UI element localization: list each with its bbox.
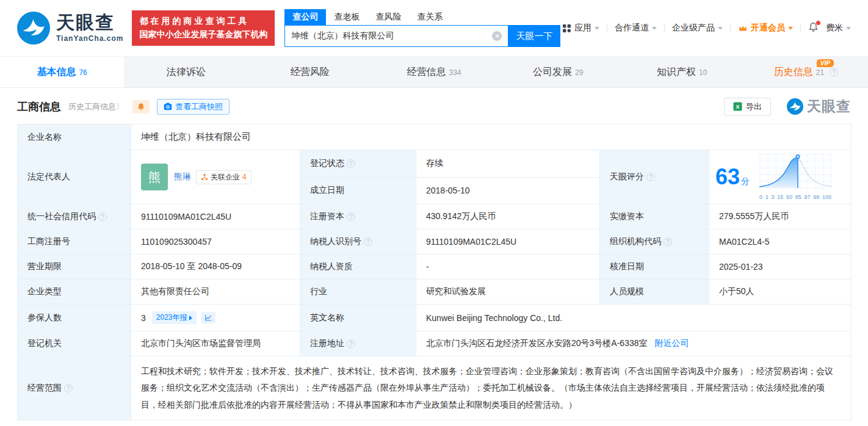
registry-label: 登记机关: [18, 331, 131, 356]
address-cell: 北京市门头沟区石龙经济开发区永安路20号3号楼A-6338室 附近公司: [416, 331, 852, 356]
help-icon[interactable]: ?: [646, 173, 655, 181]
related-companies-badge[interactable]: 关联企业 4: [196, 170, 251, 184]
export-button[interactable]: X 导出: [724, 98, 771, 116]
annual-report-badge[interactable]: 2023年报: [152, 311, 197, 324]
export-button-label: 导出: [746, 101, 762, 112]
help-icon[interactable]: ?: [664, 237, 672, 246]
score-axis-labels: 0131550859799100: [759, 194, 831, 200]
search-tab-risk[interactable]: 查风险: [367, 9, 409, 25]
legal-rep-name-link[interactable]: 熊琳: [174, 171, 191, 182]
tab-basic-info[interactable]: 基本信息 76: [0, 57, 124, 87]
search-button[interactable]: 天眼一下: [508, 25, 560, 47]
history-business-info-link[interactable]: 历史工商信息〉: [68, 101, 124, 112]
help-icon[interactable]: ?: [347, 212, 355, 221]
search-tabs: 查公司 查老板 查风险 查关系: [284, 9, 560, 25]
tab-legal[interactable]: 法律诉讼: [124, 57, 248, 87]
legal-rep-label: 法定代表人: [18, 150, 131, 204]
search-tab-company[interactable]: 查公司: [284, 9, 326, 25]
notifications-bell[interactable]: [808, 22, 819, 34]
brand-name: 天眼查: [56, 13, 123, 32]
chevron-down-icon: [846, 27, 851, 30]
nav-user[interactable]: 费米: [826, 23, 851, 34]
nav-partner-label: 合作通道: [615, 23, 649, 34]
tab-label: 法律诉讼: [167, 66, 206, 79]
table-row: 经营范围? 工程和技术研究；软件开发；技术开发、技术推广、技术转让、技术咨询、技…: [18, 356, 852, 421]
score-label: 天眼评分?: [600, 150, 709, 204]
search-tab-boss[interactable]: 查老板: [326, 9, 367, 25]
tab-operation[interactable]: 经营信息 334: [372, 57, 496, 87]
nav-enterprise[interactable]: 企业级产品: [672, 23, 723, 34]
business-scope-label: 经营范围?: [18, 356, 131, 421]
approval-date-label: 核准日期: [600, 255, 709, 280]
table-row: 工商注册号 110109025300457 纳税人识别号? 91110109MA…: [18, 229, 852, 255]
monitor-bell-button[interactable]: [132, 100, 150, 114]
avatar[interactable]: 熊: [141, 164, 168, 190]
search-tab-relation[interactable]: 查关系: [409, 9, 450, 25]
taxpayer-id-label: 纳税人识别号?: [300, 229, 416, 255]
help-icon[interactable]: ?: [830, 68, 838, 76]
table-row: 企业名称 坤维（北京）科技有限公司: [18, 125, 852, 150]
tab-label: 经营信息: [407, 66, 446, 79]
registry-value: 北京市门头沟区市场监督管理局: [131, 331, 300, 356]
nearby-companies-link[interactable]: 附近公司: [654, 338, 689, 348]
company-name-label: 企业名称: [18, 125, 131, 150]
business-scope-value: 工程和技术研究；软件开发；技术开发、技术推广、技术转让、技术咨询、技术服务；企业…: [131, 356, 852, 421]
chevron-down-icon: [652, 27, 657, 30]
tab-history[interactable]: VIP 历史信息 21 ?: [744, 57, 868, 87]
trend-chart-icon: [204, 314, 212, 322]
view-business-snapshot-button[interactable]: 查看工商快照: [157, 99, 230, 115]
top-nav: 应用 合作通道 企业级产品 开通会员: [562, 22, 851, 34]
nav-apps[interactable]: 应用: [562, 23, 599, 34]
company-type-value: 其他有限责任公司: [131, 280, 300, 305]
search-area: 查公司 查老板 查风险 查关系 ✕ 天眼一下: [284, 9, 560, 47]
tab-label: 公司发展: [533, 66, 572, 79]
table-row: 统一社会信用代码? 91110109MA01C2L45U 注册资本? 430.9…: [18, 204, 852, 229]
address-value: 北京市门头沟区石龙经济开发区永安路20号3号楼A-6338室: [426, 338, 648, 348]
nav-apps-label: 应用: [574, 23, 591, 34]
business-term-value: 2018-05-10 至 2048-05-09: [131, 255, 300, 280]
tab-count: 29: [575, 68, 583, 77]
table-row: 营业期限 2018-05-10 至 2048-05-09 纳税人资质 - 核准日…: [18, 255, 852, 280]
help-icon[interactable]: ?: [347, 159, 355, 168]
chevron-down-icon: [718, 27, 723, 30]
nav-partner[interactable]: 合作通道: [615, 23, 657, 34]
insured-count-label: 参保人数: [18, 305, 131, 331]
registered-capital-label: 注册资本?: [300, 204, 416, 229]
nav-vip[interactable]: 开通会员: [738, 23, 793, 34]
score-unit: 分: [741, 176, 750, 186]
chevron-down-icon: [595, 27, 599, 30]
table-row: 企业类型 其他有限责任公司 行业 研究和试验发展 人员规模 小于50人: [18, 280, 852, 305]
tab-risk[interactable]: 经营风险: [248, 57, 372, 87]
help-icon[interactable]: ?: [364, 237, 372, 246]
tianyancha-logo[interactable]: 天眼查 TianYanCha.com: [17, 12, 123, 45]
score-value: 63: [715, 164, 740, 189]
search-input[interactable]: [284, 25, 508, 47]
company-tabbar: 基本信息 76 法律诉讼 经营风险 经营信息 334 公司发展 29 知识产权 …: [0, 56, 868, 88]
help-icon[interactable]: ?: [64, 384, 73, 392]
divider: [730, 24, 731, 32]
tab-ip[interactable]: 知识产权 10: [620, 57, 744, 87]
nav-enterprise-label: 企业级产品: [672, 23, 715, 34]
trend-chart-button[interactable]: [201, 312, 215, 323]
vip-badge: VIP: [817, 59, 834, 67]
divider: [607, 24, 607, 32]
credit-code-value: 91110109MA01C2L45U: [131, 204, 300, 229]
snapshot-button-label: 查看工商快照: [175, 101, 223, 112]
help-icon[interactable]: ?: [98, 212, 107, 221]
established-label: 成立日期: [300, 177, 416, 204]
svg-text:X: X: [736, 103, 740, 110]
org-code-value: MA01C2L4-5: [709, 229, 852, 255]
industry-value: 研究和试验发展: [416, 280, 600, 305]
tab-development[interactable]: 公司发展 29: [496, 57, 620, 87]
table-row: 参保人数 3 2023年报 英文名称 Kunwei Beijing Techno…: [18, 305, 852, 331]
help-icon[interactable]: ?: [347, 339, 355, 348]
english-name-label: 英文名称: [300, 305, 416, 331]
paidin-capital-label: 实缴资本: [600, 204, 709, 229]
camera-icon: [164, 103, 172, 110]
insured-count-cell: 3 2023年报: [131, 305, 300, 331]
watermark-text: 天眼查: [807, 97, 851, 116]
reg-number-value: 110109025300457: [131, 229, 300, 255]
tab-label: 经营风险: [291, 66, 330, 79]
section-title: 工商信息: [17, 99, 61, 114]
taxpayer-quality-label: 纳税人资质: [300, 255, 416, 280]
